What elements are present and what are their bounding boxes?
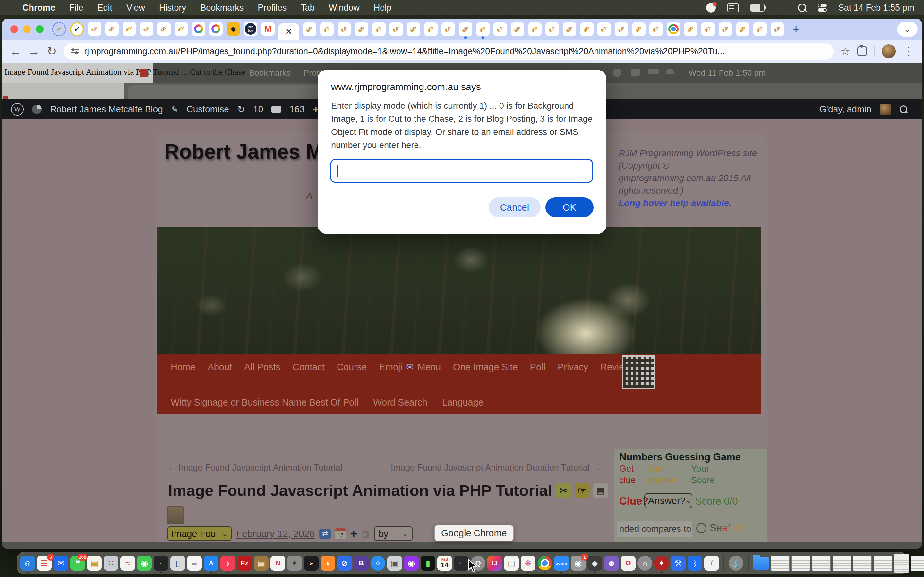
post-date-link[interactable]: February 12, 2026 <box>236 528 315 539</box>
admin-avatar[interactable] <box>880 103 891 115</box>
spotlight-icon[interactable] <box>798 3 806 12</box>
url-text[interactable]: rjmprogramming.com.au/PHP/images_found.p… <box>84 47 725 56</box>
keyboard-status-icon[interactable] <box>727 3 739 12</box>
dock-purple-app-icon[interactable]: ☻ <box>604 556 619 571</box>
nav-item-all-posts[interactable]: All Posts <box>244 362 280 372</box>
dock-opera-icon[interactable]: O <box>621 556 636 571</box>
dock-inkscape-icon[interactable]: ◆ <box>588 556 602 571</box>
close-window-button[interactable] <box>10 25 18 33</box>
dock-minimized-document[interactable] <box>894 554 909 573</box>
dock-block-app-icon[interactable]: ⊘ <box>337 556 352 571</box>
game-text-input[interactable]: nded compares to <box>617 521 692 537</box>
menubar-view[interactable]: View <box>126 3 145 13</box>
search-label[interactable]: Sea+rch^ <box>710 522 748 534</box>
book-icon[interactable]: ▤ <box>593 484 608 498</box>
nav-item-privacy[interactable]: Privacy <box>557 362 588 372</box>
tab-favicon-pencil[interactable]: ✏ <box>140 22 153 35</box>
dock-anchor-app-icon[interactable]: ⚓ <box>729 556 743 571</box>
battery-icon[interactable] <box>750 4 764 11</box>
menubar-history[interactable]: History <box>159 3 186 13</box>
dock-activity-icon[interactable]: ≈ <box>120 556 135 571</box>
adminbar-comments-count[interactable]: 163 <box>289 104 304 114</box>
bookmark-star-icon[interactable]: ☆ <box>841 45 850 58</box>
dock-preview-icon[interactable]: ▣ <box>387 556 402 571</box>
tab-favicon-pencil[interactable]: ✏ <box>338 23 351 36</box>
customizer-icon[interactable] <box>32 105 42 114</box>
nav-item-language[interactable]: Language <box>442 397 483 408</box>
address-bar[interactable]: rjmprogramming.com.au/PHP/images_found.p… <box>63 43 833 60</box>
dock-podcasts-icon[interactable]: ◉ <box>404 556 419 571</box>
tab-favicon-pencil[interactable]: ✏ <box>719 23 732 36</box>
tab-favicon-yellow[interactable]: ◆ <box>226 22 240 35</box>
dock-textedit-icon[interactable]: ≡ <box>187 556 202 571</box>
tab-favicon-pencil[interactable]: ✏ <box>174 22 188 35</box>
nav-item-about[interactable]: About <box>208 362 232 372</box>
add-icon[interactable]: + <box>350 527 357 541</box>
dock-safari-icon[interactable]: ✧ <box>371 556 385 571</box>
menubar-clock[interactable]: Sat 14 Feb 1:55 pm <box>838 3 914 13</box>
dock-notes-icon[interactable]: ▤ <box>87 556 102 571</box>
reload-button[interactable]: ↻ <box>47 45 57 58</box>
dock-bbedit-icon[interactable]: B <box>354 556 368 571</box>
hover-help-link[interactable]: Long hover help available. <box>619 198 732 208</box>
tab-favicon-pencil[interactable]: ✏ <box>407 23 420 36</box>
dock-minimized-window[interactable] <box>911 556 924 571</box>
zoom-window-button[interactable] <box>36 25 44 33</box>
pointing-hand-icon[interactable]: ☞ <box>575 484 590 498</box>
nav-item-emoji[interactable]: Emoji ✉ Menu <box>379 362 441 372</box>
control-center-icon[interactable] <box>818 4 827 11</box>
nav-item-word-search[interactable]: Word Search <box>373 397 427 408</box>
ok-button[interactable]: OK <box>545 197 594 218</box>
dock-news-icon[interactable]: N <box>270 556 285 571</box>
dock-minimized-window[interactable] <box>833 556 851 571</box>
dock-minimized-window[interactable] <box>771 556 790 571</box>
dock-camera-icon[interactable]: ◉1 <box>571 556 586 571</box>
dock-app-store-icon[interactable]: A <box>204 556 218 571</box>
dock-minimized-window[interactable] <box>812 556 830 571</box>
adminbar-site-name[interactable]: Robert James Metcalfe Blog <box>50 104 163 114</box>
dialog-text-input[interactable] <box>330 159 593 183</box>
tab-favicon-pencil[interactable]: ✏ <box>736 23 750 36</box>
dock-music-icon[interactable]: ♪ <box>220 556 235 571</box>
wifi-icon[interactable] <box>776 4 787 11</box>
tab-favicon-pencil[interactable]: ✏ <box>684 23 698 36</box>
adminbar-greeting[interactable]: G'day, admin <box>819 104 871 114</box>
tab-favicon-pencil[interactable]: ✏ <box>355 23 368 36</box>
nav-item-witty-signage-or-business-name-best-of-poll[interactable]: Witty Signage or Business Name Best Of P… <box>171 397 359 408</box>
dock-filezilla-icon[interactable]: Fz <box>237 556 252 571</box>
dock-iphone-mirroring-icon[interactable]: ▯ <box>170 556 185 571</box>
dock-mail-icon[interactable]: ✉ <box>53 556 68 571</box>
shuffle-icon[interactable]: ⇄ <box>319 529 331 539</box>
category-select[interactable]: Image Fou ⌄ <box>168 526 232 541</box>
dock-pinwheel-icon[interactable]: ❋ <box>521 556 535 571</box>
tab-favicon-pencil[interactable]: ✏ <box>441 23 455 36</box>
tab-favicon-pencil[interactable]: ✏ <box>632 23 646 36</box>
nav-item-one-image-site[interactable]: One Image Site <box>453 362 518 372</box>
status-app-icon[interactable] <box>706 3 716 13</box>
extensions-icon[interactable] <box>857 47 867 56</box>
prev-post-link[interactable]: ← Image Found Javascript Animation Tutor… <box>168 463 342 473</box>
tab-favicon-pencil[interactable]: ✏ <box>157 22 171 35</box>
tab-favicon-pencil[interactable]: ✏ <box>424 23 438 36</box>
nav-item-home[interactable]: Home <box>171 362 195 372</box>
dock-downloads-folder[interactable] <box>753 557 769 570</box>
dock-white-doc-icon[interactable]: / <box>704 556 719 571</box>
tab-favicon-pencil[interactable]: ✏ <box>545 23 559 36</box>
tab-favicon-pencil[interactable]: ✏ <box>493 23 507 36</box>
next-post-link[interactable]: Image Found Javascript Animation Duratio… <box>391 463 601 473</box>
scissors-icon[interactable]: ✂ <box>556 484 571 498</box>
tab-favicon-pdash[interactable]: ✏ <box>52 22 66 36</box>
tab-favicon-pencil[interactable]: ✏ <box>511 23 524 36</box>
tab-favicon-pencil[interactable]: ✏ <box>580 23 594 36</box>
menubar-app-name[interactable]: Chrome <box>23 3 55 13</box>
dock-compass-app-icon[interactable]: ✦ <box>654 556 669 571</box>
dock-intellij-icon[interactable]: IJ <box>487 556 502 571</box>
tab-favicon-pencil[interactable]: ✏ <box>459 23 472 36</box>
tab-favicon-pencil[interactable]: ✏ <box>303 23 317 36</box>
dock-tv-icon[interactable]: tv <box>304 556 318 571</box>
minimize-window-button[interactable] <box>23 25 31 33</box>
tab-favicon-pencil[interactable]: ✏ <box>88 22 102 35</box>
nav-item-contact[interactable]: Contact <box>292 362 325 372</box>
dock-gimp-icon[interactable]: ✦ <box>287 556 302 571</box>
tab-favicon-pencil[interactable]: ✏ <box>105 22 119 35</box>
